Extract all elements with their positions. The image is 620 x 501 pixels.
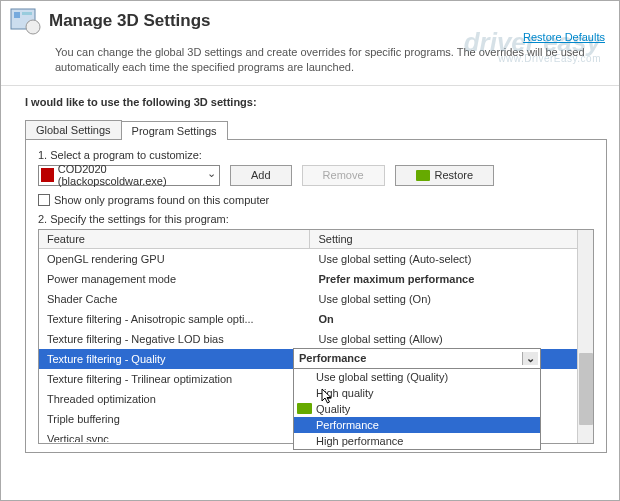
scrollbar[interactable] <box>577 230 593 443</box>
nvidia-icon <box>297 403 312 414</box>
add-button[interactable]: Add <box>230 165 292 186</box>
table-row[interactable]: Shader CacheUse global setting (On) <box>39 289 593 309</box>
dropdown-option[interactable]: Quality <box>294 401 540 417</box>
section-label: I would like to use the following 3D set… <box>1 86 619 114</box>
feature-cell: Power management mode <box>39 273 310 285</box>
feature-cell: Threaded optimization <box>39 393 310 405</box>
program-icon <box>41 168 54 182</box>
col-setting: Setting <box>310 230 593 248</box>
tab-program-settings[interactable]: Program Settings <box>121 121 228 140</box>
setting-cell: Use global setting (Allow) <box>310 333 593 345</box>
feature-cell: Triple buffering <box>39 413 310 425</box>
feature-cell: OpenGL rendering GPU <box>39 253 310 265</box>
dropdown-selected: Performance <box>296 352 522 364</box>
setting-cell: Use global setting (On) <box>310 293 593 305</box>
table-row[interactable]: Texture filtering - Negative LOD biasUse… <box>39 329 593 349</box>
svg-rect-1 <box>14 12 20 18</box>
tab-body: 1. Select a program to customize: COD202… <box>25 139 607 453</box>
svg-point-3 <box>26 20 40 34</box>
tab-global-settings[interactable]: Global Settings <box>25 120 122 139</box>
remove-button: Remove <box>302 165 385 186</box>
step1-label: 1. Select a program to customize: <box>38 148 594 165</box>
page-title: Manage 3D Settings <box>49 11 611 31</box>
nvidia-icon <box>416 170 430 181</box>
dropdown-option[interactable]: High performance <box>294 433 540 449</box>
step2-label: 2. Specify the settings for this program… <box>38 212 594 229</box>
show-only-checkbox[interactable] <box>38 194 50 206</box>
col-feature: Feature <box>39 230 310 248</box>
feature-cell: Vertical sync <box>39 433 310 442</box>
scrollbar-thumb[interactable] <box>579 353 593 425</box>
tabs: Global Settings Program Settings <box>25 120 619 139</box>
header: Manage 3D Settings Restore Defaults <box>1 1 619 37</box>
feature-cell: Texture filtering - Quality <box>39 353 310 365</box>
feature-cell: Texture filtering - Trilinear optimizati… <box>39 373 310 385</box>
table-row[interactable]: Power management modePrefer maximum perf… <box>39 269 593 289</box>
dropdown-option[interactable]: High quality <box>294 385 540 401</box>
table-row[interactable]: OpenGL rendering GPUUse global setting (… <box>39 249 593 269</box>
settings-table: Feature Setting OpenGL rendering GPUUse … <box>38 229 594 444</box>
chevron-down-icon: ⌄ <box>522 352 538 365</box>
feature-cell: Texture filtering - Negative LOD bias <box>39 333 310 345</box>
dropdown-option[interactable]: Performance <box>294 417 540 433</box>
program-selected-text: COD2020 (blackopscoldwar.exe) <box>58 163 205 187</box>
dropdown-option[interactable]: Use global setting (Quality) <box>294 369 540 385</box>
restore-button[interactable]: Restore <box>395 165 495 186</box>
table-row[interactable]: Texture filtering - Anisotropic sample o… <box>39 309 593 329</box>
description-text: You can change the global 3D settings an… <box>1 37 619 86</box>
program-select[interactable]: COD2020 (blackopscoldwar.exe) <box>38 165 220 186</box>
setting-cell: Prefer maximum performance <box>310 273 593 285</box>
settings-icon <box>9 5 41 37</box>
setting-cell: Use global setting (Auto-select) <box>310 253 593 265</box>
feature-cell: Shader Cache <box>39 293 310 305</box>
svg-rect-2 <box>22 12 32 15</box>
feature-cell: Texture filtering - Anisotropic sample o… <box>39 313 310 325</box>
quality-dropdown[interactable]: Performance ⌄ Use global setting (Qualit… <box>293 348 541 450</box>
setting-cell: On <box>310 313 593 325</box>
restore-defaults-link[interactable]: Restore Defaults <box>523 31 605 43</box>
show-only-label: Show only programs found on this compute… <box>54 194 269 206</box>
